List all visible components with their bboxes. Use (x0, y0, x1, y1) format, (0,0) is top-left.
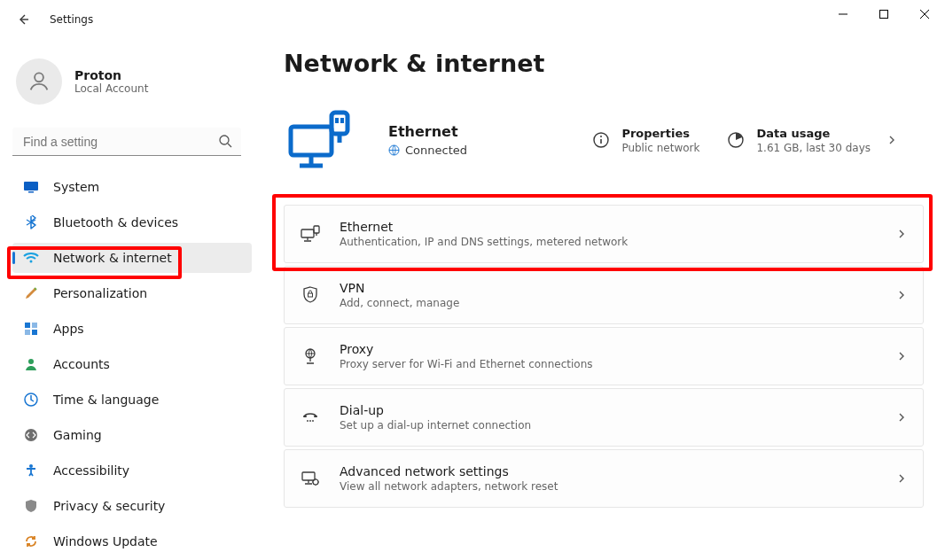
meta-title: Data usage (756, 127, 871, 140)
sidebar-item-bluetooth[interactable]: Bluetooth & devices (12, 207, 252, 237)
svg-rect-8 (25, 330, 30, 335)
svg-rect-6 (25, 323, 30, 328)
card-subtitle: Set up a dial-up internet connection (340, 419, 531, 432)
display-icon (23, 179, 39, 195)
shield-icon (23, 498, 39, 514)
card-title: Ethernet (340, 220, 628, 234)
sidebar-item-label: Network & internet (53, 251, 172, 265)
accessibility-icon (23, 463, 39, 478)
svg-point-28 (312, 420, 314, 422)
card-subtitle: Add, connect, manage (340, 297, 459, 309)
network-status-header: Ethernet Connected Properties Public net… (284, 100, 924, 180)
sidebar-item-gaming[interactable]: Gaming (12, 420, 252, 450)
svg-rect-9 (32, 330, 37, 335)
settings-cards: Ethernet Authentication, IP and DNS sett… (284, 205, 924, 508)
svg-rect-25 (314, 416, 317, 417)
properties-link[interactable]: Properties Public network (591, 127, 699, 154)
sidebar-item-label: Personalization (53, 286, 147, 300)
close-button[interactable] (904, 0, 945, 28)
advanced-network-icon (301, 469, 320, 488)
sidebar-item-personalization[interactable]: Personalization (12, 278, 252, 308)
meta-sub: 1.61 GB, last 30 days (756, 142, 871, 154)
globe-icon (388, 144, 400, 156)
sidebar-item-label: System (53, 180, 99, 194)
data-usage-link[interactable]: Data usage 1.61 GB, last 30 days (726, 127, 897, 154)
sidebar-item-label: Windows Update (53, 534, 158, 548)
sidebar-item-apps[interactable]: Apps (12, 314, 252, 344)
svg-rect-24 (303, 416, 307, 417)
minimize-button[interactable] (823, 0, 863, 28)
status-name: Ethernet (388, 123, 467, 140)
update-icon (23, 533, 39, 549)
search-icon (218, 134, 232, 148)
svg-rect-7 (32, 323, 37, 328)
back-button[interactable] (9, 5, 37, 34)
sidebar-item-label: Bluetooth & devices (53, 215, 178, 229)
svg-point-10 (28, 359, 34, 364)
status-text: Ethernet Connected (388, 123, 467, 157)
maximize-button[interactable] (863, 0, 904, 28)
sidebar-item-time-language[interactable]: Time & language (12, 385, 252, 415)
card-dialup[interactable]: Dial-up Set up a dial-up internet connec… (284, 388, 924, 447)
sidebar-item-windows-update[interactable]: Windows Update (12, 526, 252, 556)
user-name: Proton (74, 68, 148, 82)
avatar (16, 58, 62, 105)
person-icon (27, 69, 51, 94)
svg-point-26 (307, 420, 308, 422)
info-icon (591, 130, 611, 150)
wifi-icon (23, 250, 39, 266)
chevron-right-icon (886, 135, 897, 145)
card-title: Advanced network settings (340, 464, 558, 478)
window-controls (823, 0, 945, 28)
chevron-right-icon (896, 412, 907, 423)
ethernet-icon (301, 224, 320, 244)
card-title: Proxy (340, 342, 593, 356)
svg-rect-20 (301, 229, 314, 237)
card-proxy[interactable]: Proxy Proxy server for Wi-Fi and Etherne… (284, 327, 924, 385)
title-bar: Settings (0, 0, 945, 39)
card-advanced-network[interactable]: Advanced network settings View all netwo… (284, 449, 924, 508)
card-vpn[interactable]: VPN Add, connect, manage (284, 266, 924, 324)
maximize-icon (879, 10, 888, 19)
sidebar-item-accounts[interactable]: Accounts (12, 349, 252, 379)
card-ethernet[interactable]: Ethernet Authentication, IP and DNS sett… (284, 205, 924, 263)
svg-rect-21 (314, 226, 319, 233)
svg-point-30 (313, 479, 318, 485)
card-title: VPN (340, 281, 459, 295)
meta-sub: Public network (621, 142, 699, 154)
gaming-icon (23, 427, 39, 443)
svg-rect-3 (24, 182, 38, 191)
sidebar-item-label: Privacy & security (53, 499, 165, 513)
sidebar-item-label: Apps (53, 322, 84, 336)
svg-point-18 (600, 136, 602, 137)
minimize-icon (839, 10, 847, 19)
bluetooth-icon (23, 214, 39, 230)
sidebar-item-label: Accounts (53, 357, 110, 371)
app-title: Settings (50, 13, 93, 26)
svg-point-5 (30, 261, 33, 263)
sidebar-item-privacy[interactable]: Privacy & security (12, 491, 252, 521)
card-title: Dial-up (340, 403, 531, 417)
sidebar-item-network[interactable]: Network & internet (12, 243, 252, 273)
card-subtitle: View all network adapters, network reset (340, 480, 558, 493)
svg-point-1 (35, 73, 43, 82)
user-subtitle: Local Account (74, 82, 148, 95)
svg-rect-0 (880, 11, 888, 19)
search-input[interactable] (12, 128, 241, 156)
svg-rect-15 (332, 113, 348, 134)
chevron-right-icon (896, 290, 907, 300)
globe-clock-icon (23, 392, 39, 408)
svg-rect-22 (308, 293, 313, 297)
shield-lock-icon (301, 285, 320, 305)
user-block[interactable]: Proton Local Account (12, 46, 252, 128)
paintbrush-icon (23, 285, 39, 301)
search-box[interactable] (12, 128, 241, 156)
svg-point-13 (29, 464, 33, 468)
card-subtitle: Proxy server for Wi-Fi and Ethernet conn… (340, 358, 593, 370)
svg-rect-4 (28, 191, 34, 193)
sidebar-item-system[interactable]: System (12, 172, 252, 202)
sidebar-item-accessibility[interactable]: Accessibility (12, 455, 252, 486)
main-content: Network & internet Ethernet Connected (262, 39, 945, 560)
dialup-icon (301, 408, 320, 427)
status-state: Connected (405, 144, 467, 157)
